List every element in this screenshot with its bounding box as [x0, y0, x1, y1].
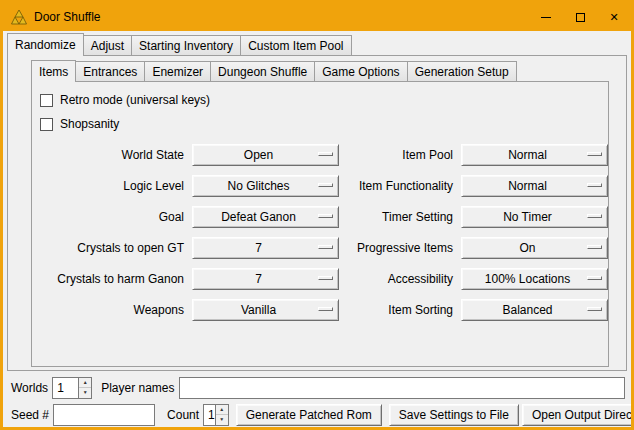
dropdown-indicator-icon	[318, 245, 333, 249]
spin-down-icon[interactable]: ▼	[216, 415, 228, 425]
item-sorting-dropdown[interactable]: Balanced	[461, 299, 608, 321]
item-pool-label: Item Pool	[339, 148, 461, 162]
option-row: Crystals to harm Ganon 7 Accessibility 1…	[38, 263, 608, 294]
generate-rom-button[interactable]: Generate Patched Rom	[236, 404, 382, 426]
goal-dropdown[interactable]: Defeat Ganon	[192, 206, 339, 228]
option-row: Logic Level No Glitches Item Functionali…	[38, 170, 608, 201]
seed-label: Seed #	[11, 408, 49, 422]
shopsanity-checkbox[interactable]: Shopsanity	[38, 112, 608, 136]
close-button[interactable]: ✕	[597, 3, 631, 31]
tab-custom-item-pool[interactable]: Custom Item Pool	[240, 35, 351, 55]
checkbox-icon[interactable]	[40, 118, 53, 131]
spin-up-icon[interactable]: ▲	[79, 378, 91, 389]
randomize-pane: Items Entrances Enemizer Dungeon Shuffle…	[7, 55, 627, 371]
seed-row: Seed # Count 1 ▲ ▼ Generate Patched Rom …	[11, 401, 626, 428]
tab-enemizer[interactable]: Enemizer	[144, 61, 211, 81]
item-pool-value: Normal	[462, 145, 593, 165]
save-settings-button[interactable]: Save Settings to File	[389, 404, 519, 426]
worlds-value: 1	[53, 378, 78, 398]
maximize-button[interactable]	[563, 3, 597, 31]
spin-up-icon[interactable]: ▲	[216, 405, 228, 416]
minimize-button[interactable]	[529, 3, 563, 31]
open-output-button[interactable]: Open Output Directory	[522, 404, 634, 426]
item-functionality-dropdown[interactable]: Normal	[461, 175, 608, 197]
spinner-arrows: ▲ ▼	[78, 378, 91, 398]
goal-value: Defeat Ganon	[193, 207, 324, 227]
count-spinner[interactable]: 1 ▲ ▼	[203, 404, 229, 426]
weapons-dropdown[interactable]: Vanilla	[192, 299, 339, 321]
spinner-arrows: ▲ ▼	[215, 405, 228, 425]
seed-input[interactable]	[53, 404, 155, 426]
tab-adjust[interactable]: Adjust	[83, 35, 132, 55]
app-icon	[11, 9, 27, 25]
item-pool-dropdown[interactable]: Normal	[461, 144, 608, 166]
items-pane: Retro mode (universal keys) Shopsanity W…	[31, 81, 609, 367]
checkbox-icon[interactable]	[40, 94, 53, 107]
player-names-input[interactable]	[179, 377, 626, 399]
worlds-spinner[interactable]: 1 ▲ ▼	[52, 377, 92, 399]
window-controls: ✕	[529, 3, 631, 31]
bottom-controls: Worlds 1 ▲ ▼ Player names Seed # Count 1	[3, 371, 631, 428]
crystals-harm-ganon-dropdown[interactable]: 7	[192, 268, 339, 290]
settings-notebook: Items Entrances Enemizer Dungeon Shuffle…	[8, 56, 626, 367]
tab-items[interactable]: Items	[31, 60, 76, 82]
option-row: Weapons Vanilla Item Sorting Balanced	[38, 294, 608, 325]
dropdown-indicator-icon	[587, 276, 602, 280]
retro-mode-checkbox[interactable]: Retro mode (universal keys)	[38, 88, 608, 112]
dropdown-indicator-icon	[587, 245, 602, 249]
timer-setting-label: Timer Setting	[339, 210, 461, 224]
count-label: Count	[167, 408, 199, 422]
weapons-label: Weapons	[38, 303, 192, 317]
maximize-icon	[576, 13, 585, 22]
shopsanity-label: Shopsanity	[60, 117, 119, 131]
weapons-value: Vanilla	[193, 300, 324, 320]
crystals-open-gt-value: 7	[193, 238, 324, 258]
timer-setting-value: No Timer	[462, 207, 593, 227]
player-names-label: Player names	[101, 381, 174, 395]
dropdown-indicator-icon	[318, 152, 333, 156]
title-bar[interactable]: Door Shuffle ✕	[3, 3, 631, 31]
accessibility-label: Accessibility	[339, 272, 461, 286]
settings-tab-bar: Items Entrances Enemizer Dungeon Shuffle…	[31, 60, 626, 81]
crystals-harm-ganon-value: 7	[193, 269, 324, 289]
dropdown-indicator-icon	[318, 214, 333, 218]
logic-level-value: No Glitches	[193, 176, 324, 196]
worlds-label: Worlds	[11, 381, 48, 395]
logic-level-dropdown[interactable]: No Glitches	[192, 175, 339, 197]
tab-game-options[interactable]: Game Options	[314, 61, 407, 81]
crystals-open-gt-label: Crystals to open GT	[38, 241, 192, 255]
item-sorting-label: Item Sorting	[339, 303, 461, 317]
dropdown-indicator-icon	[318, 183, 333, 187]
close-icon: ✕	[609, 12, 618, 23]
dropdown-indicator-icon	[587, 183, 602, 187]
progressive-items-dropdown[interactable]: On	[461, 237, 608, 259]
item-sorting-value: Balanced	[462, 300, 593, 320]
dropdown-indicator-icon	[318, 307, 333, 311]
app-window: Door Shuffle ✕ Randomize Adjust Starting…	[0, 0, 634, 430]
accessibility-value: 100% Locations	[462, 269, 593, 289]
option-row: Crystals to open GT 7 Progressive Items …	[38, 232, 608, 263]
tab-generation-setup[interactable]: Generation Setup	[407, 61, 517, 81]
world-state-dropdown[interactable]: Open	[192, 144, 339, 166]
option-rows: World State Open Item Pool Normal	[38, 139, 608, 325]
crystals-open-gt-dropdown[interactable]: 7	[192, 237, 339, 259]
tab-entrances[interactable]: Entrances	[75, 61, 145, 81]
world-state-label: World State	[38, 148, 192, 162]
accessibility-dropdown[interactable]: 100% Locations	[461, 268, 608, 290]
tab-starting-inventory[interactable]: Starting Inventory	[131, 35, 241, 55]
item-functionality-label: Item Functionality	[339, 179, 461, 193]
timer-setting-dropdown[interactable]: No Timer	[461, 206, 608, 228]
window-title: Door Shuffle	[34, 10, 101, 24]
logic-level-label: Logic Level	[38, 179, 192, 193]
world-state-value: Open	[193, 145, 324, 165]
progressive-items-value: On	[462, 238, 593, 258]
dropdown-indicator-icon	[587, 214, 602, 218]
tab-randomize[interactable]: Randomize	[7, 33, 84, 56]
count-value: 1	[204, 405, 215, 425]
main-tab-bar: Randomize Adjust Starting Inventory Cust…	[3, 31, 631, 55]
dropdown-indicator-icon	[587, 307, 602, 311]
minimize-icon	[541, 17, 551, 18]
spin-down-icon[interactable]: ▼	[79, 388, 91, 398]
tab-dungeon-shuffle[interactable]: Dungeon Shuffle	[210, 61, 315, 81]
retro-mode-label: Retro mode (universal keys)	[60, 93, 210, 107]
